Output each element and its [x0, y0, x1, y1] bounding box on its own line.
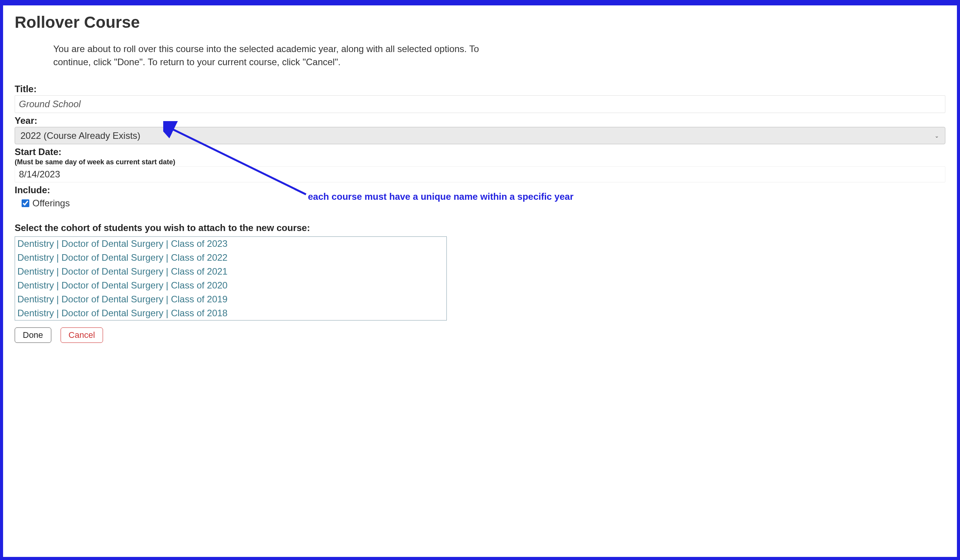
offerings-label: Offerings — [32, 198, 70, 209]
cohort-heading: Select the cohort of students you wish t… — [15, 223, 945, 233]
cohort-item[interactable]: Dentistry | Doctor of Dental Surgery | C… — [15, 237, 446, 251]
year-select[interactable]: 2022 (Course Already Exists) — [15, 127, 945, 144]
rollover-course-panel: Rollover Course You are about to roll ov… — [0, 0, 960, 560]
title-field-group: Title: — [15, 84, 945, 113]
intro-text: You are about to roll over this course i… — [53, 42, 516, 68]
cohort-item[interactable]: Dentistry | Doctor of Dental Surgery | C… — [15, 278, 446, 292]
title-input[interactable] — [15, 95, 945, 113]
button-row: Done Cancel — [15, 327, 945, 343]
annotation-text: each course must have a unique name with… — [308, 191, 573, 202]
cohort-item[interactable]: Dentistry | Doctor of Dental Surgery | C… — [15, 265, 446, 278]
start-date-input[interactable] — [15, 166, 945, 182]
cancel-button[interactable]: Cancel — [61, 327, 103, 343]
cohort-item[interactable]: Dentistry | Doctor of Dental Surgery | C… — [15, 251, 446, 265]
year-field-group: Year: 2022 (Course Already Exists) ⌄ — [15, 115, 945, 144]
year-label: Year: — [15, 115, 945, 126]
offerings-checkbox[interactable] — [22, 199, 29, 207]
cohort-item[interactable]: Dentistry | Doctor of Dental Surgery | C… — [15, 306, 446, 320]
title-label: Title: — [15, 84, 945, 94]
cohort-item[interactable]: Dentistry | Doctor of Dental Surgery | C… — [15, 292, 446, 306]
start-date-field-group: Start Date: (Must be same day of week as… — [15, 147, 945, 182]
start-date-label: Start Date: — [15, 147, 945, 157]
done-button[interactable]: Done — [15, 327, 51, 343]
start-date-hint: (Must be same day of week as current sta… — [15, 158, 945, 166]
cohort-listbox[interactable]: Dentistry | Doctor of Dental Surgery | C… — [15, 236, 447, 320]
page-title: Rollover Course — [15, 13, 945, 32]
